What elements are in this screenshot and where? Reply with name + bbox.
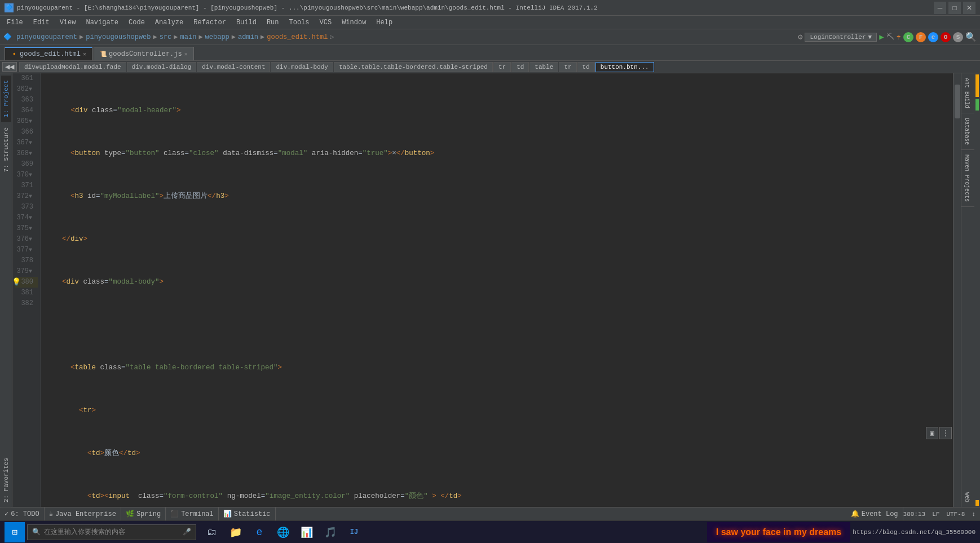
path-tr[interactable]: tr xyxy=(493,62,511,72)
status-bar-item-java[interactable]: ☕ Java Enterprise xyxy=(45,507,121,520)
close-button[interactable]: ✕ xyxy=(963,2,975,14)
menu-refactor[interactable]: Refactor xyxy=(189,16,231,29)
event-log-icon: 🔔 xyxy=(851,510,859,518)
fold-icon-367[interactable]: ▼ xyxy=(29,138,32,148)
sidebar-web[interactable]: Web xyxy=(961,488,974,507)
firefox-icon[interactable]: F xyxy=(916,32,926,42)
breadcrumb-webapp[interactable]: webapp xyxy=(205,33,229,41)
taskbar-app-3[interactable]: 🌐 xyxy=(272,522,294,542)
path-inner-tr[interactable]: tr xyxy=(559,62,576,72)
coverage-button[interactable]: ☂ xyxy=(897,32,901,42)
js-file-icon: 📜 xyxy=(100,51,107,58)
fold-icon-379[interactable]: ▼ xyxy=(29,266,32,277)
fold-icon-377[interactable]: ▼ xyxy=(29,245,32,255)
taskbar-app-2[interactable]: 📁 xyxy=(224,522,247,542)
browser-icons: C F e O S xyxy=(903,32,963,42)
taskbar-url[interactable]: https://blog.csdn.net/qq_35560000 xyxy=(853,529,975,536)
code-map-stripe xyxy=(974,73,980,507)
status-bar-item-todo[interactable]: ✓ 6: TODO xyxy=(0,507,45,520)
fold-icon-372[interactable]: ▼ xyxy=(29,191,32,202)
path-modal-dialog[interactable]: div.modal-dialog xyxy=(127,62,197,72)
status-bar-item-statistic[interactable]: 📊 Statistic xyxy=(219,507,276,520)
tab-close-js[interactable]: ✕ xyxy=(184,51,188,58)
path-td[interactable]: td xyxy=(511,62,529,72)
java-icon: ☕ xyxy=(49,510,53,518)
scroll-thumb[interactable] xyxy=(955,85,960,118)
taskbar-app-1[interactable]: 🗂 xyxy=(201,522,223,542)
path-table[interactable]: table.table.table-bordered.table-striped xyxy=(334,62,493,72)
start-button[interactable]: ⊞ xyxy=(5,522,25,542)
menu-help[interactable]: Help xyxy=(372,16,397,29)
fold-icon-365[interactable]: ▼ xyxy=(29,116,32,127)
path-modal-body[interactable]: div.modal-body xyxy=(271,62,333,72)
menu-edit[interactable]: Edit xyxy=(29,16,54,29)
menu-code[interactable]: Code xyxy=(124,16,149,29)
tab-goods-edit-html[interactable]: 🔸 goods_edit.html ✕ xyxy=(5,47,92,60)
tab-close-html[interactable]: ✕ xyxy=(83,51,86,58)
path-button[interactable]: button.btn... xyxy=(595,62,654,72)
taskbar-search-box[interactable]: 🔍 在这里输入你要搜索的内容 🎤 xyxy=(27,524,196,540)
ie-icon[interactable]: e xyxy=(928,32,938,42)
tab-goods-controller-js[interactable]: 📜 goodsController.js ✕ xyxy=(94,47,194,60)
fold-icon-376[interactable]: ▼ xyxy=(29,234,32,245)
taskbar-app-ie[interactable]: e xyxy=(248,522,271,542)
warning-icon-380: 💡 xyxy=(12,277,21,288)
search-everywhere-icon[interactable]: 🔍 xyxy=(965,32,977,43)
path-upload-modal[interactable]: div#uploadModal.modal.fade xyxy=(19,62,126,72)
fold-icon-370[interactable]: ▼ xyxy=(29,170,32,180)
line-ending: LF xyxy=(932,511,939,518)
path-modal-content[interactable]: div.modal-content xyxy=(197,62,270,72)
menu-window[interactable]: Window xyxy=(337,16,370,29)
stripe-ok xyxy=(975,99,979,111)
menu-navigate[interactable]: Navigate xyxy=(81,16,123,29)
status-bar-item-event-log[interactable]: 🔔 Event Log xyxy=(846,507,903,520)
sidebar-item-project[interactable]: 1: Project xyxy=(1,76,11,122)
taskbar-app-4[interactable]: 📊 xyxy=(295,522,318,542)
sidebar-ant-build[interactable]: Ant Build xyxy=(961,73,974,113)
floating-btn-1[interactable]: ▣ xyxy=(926,427,938,439)
path-inner-td[interactable]: td xyxy=(577,62,595,72)
breadcrumb-src[interactable]: src xyxy=(160,33,172,41)
menu-run[interactable]: Run xyxy=(262,16,284,29)
safari-icon[interactable]: S xyxy=(953,32,963,42)
breadcrumb-admin[interactable]: admin xyxy=(238,33,258,41)
taskbar-app-idea[interactable]: IJ xyxy=(343,522,365,542)
code-line-369: <td>颜色</td> xyxy=(45,448,953,459)
path-inner-table[interactable]: table xyxy=(529,62,558,72)
breadcrumb-module[interactable]: pinyougoushopweb xyxy=(86,33,151,41)
status-bar-item-spring[interactable]: 🌿 Spring xyxy=(121,507,166,520)
terminal-icon: ⬛ xyxy=(170,510,179,518)
fold-icon-362[interactable]: ▼ xyxy=(29,84,32,95)
title-bar: 🔷 pinyougouparent - [E:\shanghai34\pinyo… xyxy=(0,0,980,16)
fold-icon-374[interactable]: ▼ xyxy=(29,213,32,223)
toolbar-settings-icon[interactable]: ⚙ xyxy=(798,32,802,42)
menu-build[interactable]: Build xyxy=(232,16,261,29)
fold-icon-368[interactable]: ▼ xyxy=(29,148,32,159)
code-editor[interactable]: <div class="modal-header"> <button type=… xyxy=(41,73,953,507)
menu-view[interactable]: View xyxy=(55,16,81,29)
run-button[interactable]: ▶ xyxy=(879,32,884,42)
breadcrumb-main[interactable]: main xyxy=(180,33,197,41)
menu-analyze[interactable]: Analyze xyxy=(151,16,188,29)
opera-icon[interactable]: O xyxy=(941,32,951,42)
sidebar-item-structure[interactable]: 7: Structure xyxy=(1,123,11,176)
debug-button[interactable]: ⛏ xyxy=(886,33,894,42)
scrollbar[interactable] xyxy=(953,73,961,507)
fold-icon-375[interactable]: ▼ xyxy=(29,223,32,234)
breadcrumb-project[interactable]: pinyougouparent xyxy=(16,33,77,41)
encoding: UTF-8 xyxy=(946,511,965,518)
status-bar-item-terminal[interactable]: ⬛ Terminal xyxy=(166,507,219,520)
menu-file[interactable]: File xyxy=(2,16,28,29)
maximize-button[interactable]: □ xyxy=(948,2,961,14)
menu-vcs[interactable]: VCS xyxy=(315,16,337,29)
menu-tools[interactable]: Tools xyxy=(285,16,314,29)
taskbar-app-5[interactable]: 🎵 xyxy=(319,522,342,542)
sidebar-database[interactable]: Database xyxy=(961,113,974,150)
sidebar-maven-projects[interactable]: Maven Projects xyxy=(961,150,974,207)
run-config-dropdown[interactable]: LoginController ▼ xyxy=(805,33,877,42)
chrome-icon[interactable]: C xyxy=(903,32,913,42)
minimize-button[interactable]: ─ xyxy=(934,2,946,14)
sidebar-item-favorites[interactable]: 2: Favorites xyxy=(1,453,11,507)
floating-btn-2[interactable]: ⋮ xyxy=(939,427,952,439)
nav-back-button[interactable]: ◀◀ xyxy=(2,62,17,72)
